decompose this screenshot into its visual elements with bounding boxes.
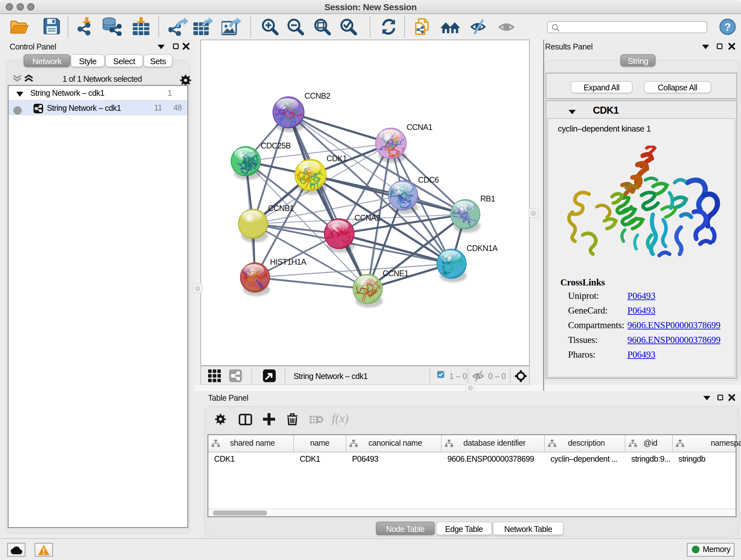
svg-text:CDC25B: CDC25B — [261, 141, 291, 150]
svg-text:CCNA2: CCNA2 — [354, 213, 381, 222]
svg-text:?: ? — [724, 21, 731, 33]
svg-text:HIST1H1A: HIST1H1A — [270, 257, 307, 266]
svg-text:CCNE1: CCNE1 — [383, 269, 408, 278]
svg-text:CCNB2: CCNB2 — [305, 91, 330, 100]
svg-text:CCNA1: CCNA1 — [407, 123, 432, 132]
svg-text:CDC6: CDC6 — [418, 175, 439, 184]
svg-text:RB1: RB1 — [480, 194, 495, 203]
svg-text:CDK1: CDK1 — [327, 154, 347, 163]
svg-text:CCNB1: CCNB1 — [268, 204, 294, 212]
svg-text:CDKN1A: CDKN1A — [467, 244, 498, 253]
